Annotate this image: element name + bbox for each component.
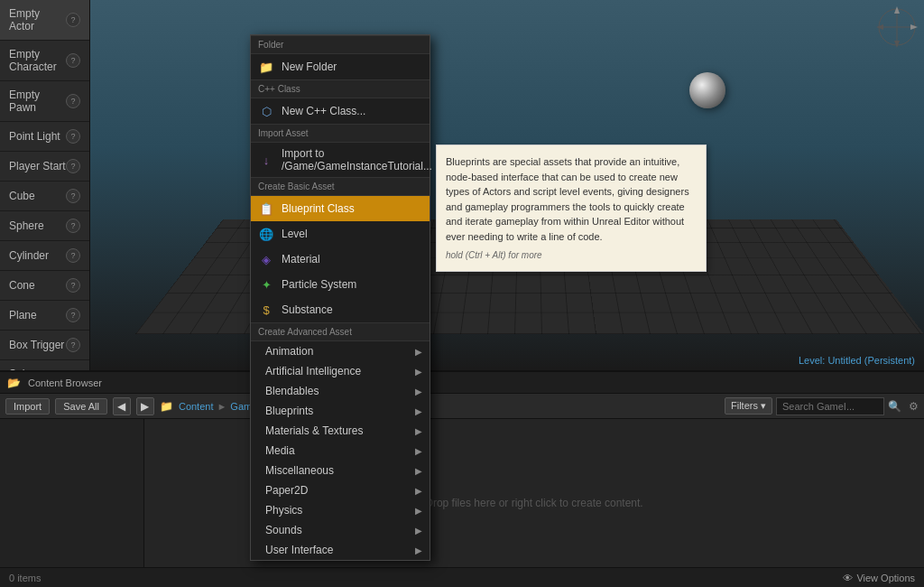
sidebar-item-player-start[interactable]: Player Start ? [0,152,89,182]
menu-item-blueprint-class[interactable]: 📋 Blueprint Class [251,196,430,221]
menu-item-new-cpp-class[interactable]: ⬡ New C++ Class... [251,98,430,124]
sidebar-info-cube[interactable]: ? [66,189,80,203]
breadcrumb-sep: ► [217,401,226,412]
menu-label-miscellaneous: Miscellaneous [265,464,334,477]
blueprint-icon: 📋 [258,200,274,217]
content-browser-toolbar: Import Save All ◀ ▶ 📁 Content ► GameInst… [0,394,924,419]
view-options-label: View Options [856,573,915,583]
search-input[interactable] [776,397,884,415]
menu-item-physics[interactable]: Physics ▶ [251,500,430,520]
material-icon: ◈ [258,251,274,267]
menu-label-user-interface: User Interface [265,544,333,556]
menu-label-materials-textures: Materials & Textures [265,424,364,437]
back-button[interactable]: ◀ [113,397,131,415]
menu-section-basic: Create Basic Asset [251,177,430,196]
menu-section-folder: Folder [251,35,430,54]
sidebar-item-box-trigger[interactable]: Box Trigger ? [0,331,89,360]
arrow-icon-sounds: ▶ [415,526,422,536]
arrow-icon-ai: ▶ [415,367,422,377]
sidebar-item-cube[interactable]: Cube ? [0,182,89,211]
menu-item-miscellaneous[interactable]: Miscellaneous ▶ [251,461,430,480]
sidebar-info-cone[interactable]: ? [66,278,80,293]
sidebar-info-cylinder[interactable]: ? [66,248,80,263]
breadcrumb-root[interactable]: Content [179,401,214,412]
sidebar-label-cube: Cube [9,190,35,202]
sidebar-label-player-start: Player Start [9,160,66,172]
menu-label-blueprints: Blueprints [265,405,313,417]
viewport-nav-gizmo [870,0,924,54]
import-button[interactable]: Import [5,398,50,415]
sidebar-item-empty-actor[interactable]: Empty Actor ? [0,0,89,41]
menu-label-blueprint-class: Blueprint Class [282,202,355,215]
sidebar-info-empty-pawn[interactable]: ? [66,94,80,108]
sidebar-info-player-start[interactable]: ? [66,159,80,173]
menu-label-physics: Physics [265,504,302,517]
menu-item-materials-textures[interactable]: Materials & Textures ▶ [251,421,430,441]
content-browser-title: Content Browser [28,377,102,388]
sidebar-label-empty-pawn: Empty Pawn [9,89,66,114]
sidebar-item-point-light[interactable]: Point Light ? [0,122,89,152]
menu-item-new-folder[interactable]: 📁 New Folder [251,54,430,79]
menu-label-sounds: Sounds [265,524,302,536]
tooltip-description: Blueprints are special assets that provi… [446,154,697,244]
sidebar-label-empty-actor: Empty Actor [9,7,66,33]
sidebar-info-point-light[interactable]: ? [66,129,80,144]
menu-item-user-interface[interactable]: User Interface ▶ [251,540,430,560]
sidebar-info-sphere[interactable]: ? [66,219,80,233]
arrow-icon-paper2d: ▶ [415,486,422,496]
items-count: 0 items [9,573,41,583]
menu-section-import: Import Asset [251,124,430,143]
menu-item-level[interactable]: 🌐 Level [251,221,430,247]
menu-item-material[interactable]: ◈ Material [251,247,430,272]
folder-icon: 📁 [258,59,274,75]
sidebar-item-cylinder[interactable]: Cylinder ? [0,241,89,271]
menu-label-level: Level [282,228,308,240]
sidebar-item-empty-pawn[interactable]: Empty Pawn ? [0,81,89,122]
menu-item-substance[interactable]: $ Substance [251,297,430,322]
svg-marker-4 [894,41,900,48]
menu-label-particle-system: Particle System [282,278,356,291]
sidebar-item-cone[interactable]: Cone ? [0,271,89,301]
menu-item-media[interactable]: Media ▶ [251,441,430,461]
viewport-sphere-object [689,72,725,108]
left-sidebar: Empty Actor ? Empty Character ? Empty Pa… [0,0,90,370]
menu-section-advanced: Create Advanced Asset [251,322,430,341]
cpp-icon: ⬡ [258,103,274,119]
menu-item-blendables[interactable]: Blendables ▶ [251,381,430,401]
sidebar-item-plane[interactable]: Plane ? [0,301,89,331]
menu-item-artificial-intelligence[interactable]: Artificial Intelligence ▶ [251,361,430,381]
settings-icon[interactable]: ⚙ [909,400,919,413]
sidebar-item-empty-character[interactable]: Empty Character ? [0,41,89,81]
level-icon: 🌐 [258,226,274,242]
filters-button[interactable]: Filters ▾ [725,397,772,415]
sidebar-info-plane[interactable]: ? [66,308,80,322]
sidebar-info-empty-actor[interactable]: ? [66,13,80,27]
context-menu: Folder 📁 New Folder C++ Class ⬡ New C++ … [250,34,430,561]
menu-label-substance: Substance [282,303,333,316]
menu-item-blueprints[interactable]: Blueprints ▶ [251,401,430,421]
sidebar-label-sphere: Sphere [9,219,44,232]
menu-label-material: Material [282,253,320,266]
sidebar-info-empty-character[interactable]: ? [66,53,80,68]
drop-text: Drop files here or right click to create… [425,497,642,509]
content-browser: 📂 Content Browser Import Save All ◀ ▶ 📁 … [0,370,924,587]
sidebar-label-cylinder: Cylinder [9,249,49,262]
content-browser-icon: 📂 [7,377,21,389]
menu-item-animation[interactable]: Animation ▶ [251,341,430,361]
menu-item-import[interactable]: ↓ Import to /Game/GameInstanceTutorial..… [251,143,430,177]
sidebar-item-sphere[interactable]: Sphere ? [0,211,89,241]
sidebar-info-box-trigger[interactable]: ? [66,338,80,352]
menu-item-particle-system[interactable]: ✦ Particle System [251,272,430,297]
search-area: Filters ▾ 🔍 ⚙ [725,397,919,415]
menu-item-paper2d[interactable]: Paper2D ▶ [251,480,430,500]
search-icon[interactable]: 🔍 [888,400,901,413]
forward-button[interactable]: ▶ [136,397,154,415]
sidebar-label-cone: Cone [9,279,35,292]
menu-item-sounds[interactable]: Sounds ▶ [251,520,430,540]
svg-marker-3 [894,6,900,14]
import-icon: ↓ [258,152,274,168]
view-options-button[interactable]: 👁 View Options [843,573,915,583]
substance-icon: $ [258,302,274,318]
level-label: Level: Untitled (Persistent) [799,355,915,366]
save-all-button[interactable]: Save All [55,398,107,415]
